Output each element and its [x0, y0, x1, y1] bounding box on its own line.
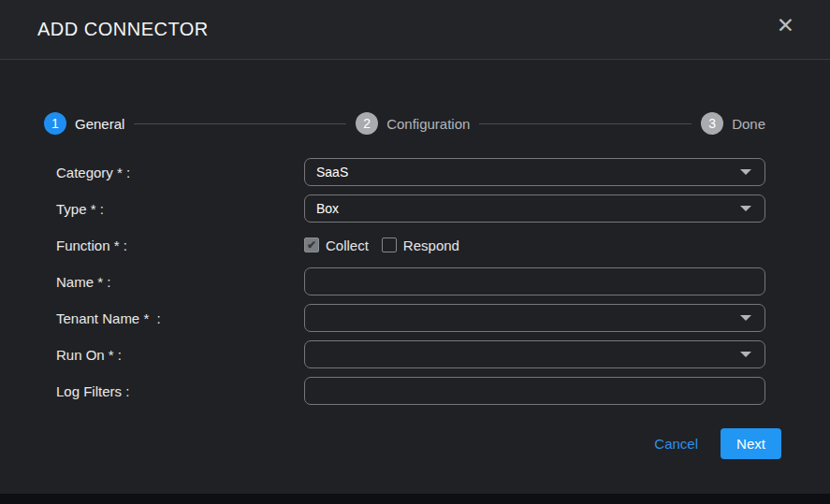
form-row-tenant-name: Tenant Name * : [56, 304, 765, 332]
form-row-log-filters: Log Filters : [56, 377, 765, 405]
field-label-category: Category * : [56, 165, 304, 180]
select-category[interactable]: SaaS [304, 158, 765, 186]
checkbox-label-respond: Respond [403, 238, 459, 253]
chevron-down-icon [740, 315, 751, 321]
step-number-badge: 2 [356, 112, 378, 135]
field-label-log-filters: Log Filters : [56, 383, 304, 399]
field-label-type: Type * : [56, 201, 304, 217]
form-row-function: Function * :✔CollectRespond [56, 231, 765, 259]
field-control-function: ✔CollectRespond [304, 238, 765, 253]
step-label: Configuration [386, 116, 470, 132]
form-row-run-on: Run On * : [56, 340, 765, 368]
page-background-strip [0, 494, 830, 504]
select-tenant-name[interactable] [304, 304, 765, 332]
step-label: Done [732, 116, 765, 132]
field-control-type: Box [304, 194, 765, 223]
field-label-tenant-name: Tenant Name * : [56, 310, 304, 326]
step-number-badge: 1 [44, 112, 66, 135]
field-label-name: Name * : [56, 274, 304, 290]
footer-actions: Cancel Next [0, 428, 781, 459]
connector-form: Category * :SaaSType * :BoxFunction * :✔… [56, 158, 765, 413]
add-connector-modal: ADD CONNECTOR ✕ 1General2Configuration3D… [0, 0, 830, 494]
field-value-type: Box [316, 201, 740, 216]
checkbox-box-respond[interactable] [382, 238, 397, 252]
step-label: General [75, 116, 124, 132]
chevron-down-icon [740, 206, 751, 211]
checkbox-collect[interactable]: ✔Collect [304, 238, 369, 253]
field-label-run-on: Run On * : [56, 347, 304, 363]
field-control-run-on [304, 340, 765, 368]
cancel-button[interactable]: Cancel [654, 436, 698, 452]
step-connector-line [479, 123, 692, 124]
modal-header: ADD CONNECTOR ✕ [0, 0, 830, 60]
checkbox-label-collect: Collect [326, 238, 369, 253]
chevron-down-icon [740, 352, 751, 357]
field-value-category: SaaS [316, 165, 740, 180]
stepper-step-configuration[interactable]: 2Configuration [356, 112, 470, 135]
form-row-name: Name * : [56, 267, 765, 295]
input-name[interactable] [304, 267, 765, 295]
input-log-filters[interactable] [304, 377, 765, 405]
checkbox-respond[interactable]: Respond [382, 238, 459, 253]
select-type[interactable]: Box [304, 194, 765, 223]
form-row-type: Type * :Box [56, 194, 765, 223]
checkbox-box-collect[interactable]: ✔ [304, 238, 319, 252]
stepper: 1General2Configuration3Done [44, 112, 765, 135]
form-row-category: Category * :SaaS [56, 158, 765, 186]
field-label-function: Function * : [56, 238, 304, 253]
next-button[interactable]: Next [721, 428, 781, 459]
select-run-on[interactable] [304, 340, 765, 368]
step-connector-line [134, 123, 346, 124]
field-control-name [304, 267, 765, 295]
field-control-log-filters [304, 377, 765, 405]
stepper-step-general[interactable]: 1General [44, 112, 124, 135]
field-control-category: SaaS [304, 158, 765, 186]
step-number-badge: 3 [701, 112, 723, 135]
field-control-tenant-name [304, 304, 765, 332]
modal-title: ADD CONNECTOR [37, 19, 209, 40]
chevron-down-icon [740, 169, 751, 175]
stepper-step-done[interactable]: 3Done [701, 112, 765, 135]
close-icon[interactable]: ✕ [777, 15, 794, 36]
